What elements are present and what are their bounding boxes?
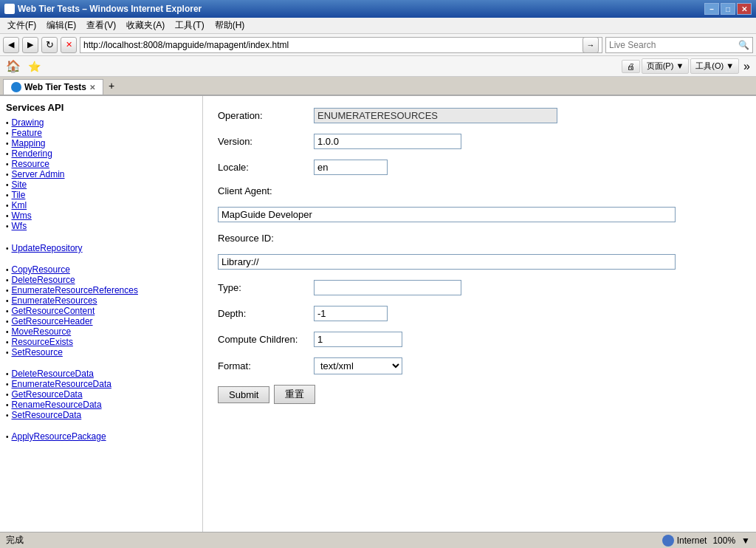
menu-help[interactable]: 帮助(H)	[210, 18, 250, 33]
sidebar-link-site[interactable]: Site	[12, 179, 27, 190]
back-button[interactable]: ◀	[3, 37, 19, 53]
sidebar-item-getresourcecontent[interactable]: • GetResourceContent	[6, 306, 196, 316]
favorites-icon[interactable]: ⭐	[25, 59, 44, 74]
menu-edit[interactable]: 编辑(E)	[42, 18, 80, 33]
sidebar-link-feature[interactable]: Feature	[12, 128, 42, 138]
sidebar-item-enumerateresourcedata[interactable]: • EnumerateResourceData	[6, 379, 196, 389]
locale-input[interactable]	[314, 160, 388, 175]
bullet-icon: •	[6, 433, 9, 441]
bullet-icon: •	[6, 181, 9, 189]
sidebar-item-updaterepository[interactable]: • UpdateRepository	[6, 243, 196, 253]
menu-file[interactable]: 文件(F)	[3, 18, 41, 33]
reset-button[interactable]: 重置	[274, 385, 315, 404]
bullet-icon: •	[6, 191, 9, 199]
menu-bar: 文件(F) 编辑(E) 查看(V) 收藏夹(A) 工具(T) 帮助(H)	[0, 18, 756, 34]
client-agent-input[interactable]	[218, 207, 676, 222]
locale-row: Locale:	[218, 160, 741, 175]
search-input[interactable]	[609, 40, 737, 50]
sidebar-item-getresourcedata[interactable]: • GetResourceData	[6, 389, 196, 400]
stop-button[interactable]: ✕	[61, 37, 77, 53]
sidebar-item-setresource[interactable]: • SetResource	[6, 347, 196, 357]
sidebar-link-serveradmin[interactable]: Server Admin	[12, 169, 65, 179]
minimize-button[interactable]: –	[704, 3, 719, 15]
search-icon[interactable]: 🔍	[738, 40, 749, 50]
tab-close-button[interactable]: ✕	[89, 83, 95, 92]
sidebar-item-wfs[interactable]: • Wfs	[6, 221, 196, 231]
new-tab-button[interactable]: +	[103, 77, 120, 95]
sidebar-link-deleteresource[interactable]: DeleteResource	[12, 275, 75, 285]
sidebar-item-resource[interactable]: • Resource	[6, 159, 196, 169]
sidebar-item-moveresource[interactable]: • MoveResource	[6, 326, 196, 337]
depth-input[interactable]	[314, 306, 388, 321]
maximize-button[interactable]: □	[721, 3, 735, 15]
sidebar-link-kml[interactable]: Kml	[12, 200, 27, 210]
sidebar-link-getresourcedata[interactable]: GetResourceData	[12, 389, 83, 400]
operation-input[interactable]	[314, 108, 557, 123]
sidebar-link-enumerateresources[interactable]: EnumerateResources	[12, 295, 97, 306]
sidebar-link-setresource[interactable]: SetResource	[12, 347, 63, 357]
bullet-icon: •	[6, 401, 9, 409]
expand-icon[interactable]: »	[740, 58, 753, 75]
sidebar-link-renameresourcedata[interactable]: RenameResourceData	[12, 400, 102, 410]
format-select[interactable]: text/xml text/html application/json	[314, 357, 402, 374]
home-icon[interactable]: 🏠	[3, 58, 24, 75]
sidebar-item-getresourceheader[interactable]: • GetResourceHeader	[6, 316, 196, 326]
sidebar-item-drawing[interactable]: • Drawing	[6, 117, 196, 128]
sidebar-item-applyresourcepackage[interactable]: • ApplyResourcePackage	[6, 431, 196, 442]
sidebar-link-rendering[interactable]: Rendering	[12, 148, 52, 159]
sidebar-link-deleteresourcedata[interactable]: DeleteResourceData	[12, 369, 94, 379]
sidebar-link-copyresource[interactable]: CopyResource	[12, 264, 70, 275]
sidebar-item-deleteresource[interactable]: • DeleteResource	[6, 275, 196, 285]
sidebar-link-resource[interactable]: Resource	[12, 159, 49, 169]
sidebar-item-wms[interactable]: • Wms	[6, 210, 196, 221]
sidebar-item-tile[interactable]: • Tile	[6, 190, 196, 200]
sidebar-link-getresourcecontent[interactable]: GetResourceContent	[12, 306, 95, 316]
resource-id-input[interactable]	[218, 254, 676, 270]
address-input[interactable]	[83, 40, 583, 50]
sidebar-link-getresourceheader[interactable]: GetResourceHeader	[12, 316, 93, 326]
sidebar-link-resourceexists[interactable]: ResourceExists	[12, 337, 73, 347]
sidebar-link-updaterepository[interactable]: UpdateRepository	[12, 243, 83, 253]
sidebar-item-setresourcedata[interactable]: • SetResourceData	[6, 410, 196, 420]
sidebar-item-feature[interactable]: • Feature	[6, 128, 196, 138]
sidebar-link-mapping[interactable]: Mapping	[12, 138, 46, 148]
type-input[interactable]	[314, 280, 461, 295]
tab-web-tier-tests[interactable]: Web Tier Tests ✕	[3, 79, 103, 95]
page-button[interactable]: 页面(P) ▼	[642, 58, 690, 74]
sidebar-link-applyresourcepackage[interactable]: ApplyResourcePackage	[12, 431, 106, 442]
sidebar-link-wms[interactable]: Wms	[12, 210, 32, 221]
sidebar-link-moveresource[interactable]: MoveResource	[12, 326, 72, 337]
sidebar-item-deleteresourcedata[interactable]: • DeleteResourceData	[6, 369, 196, 379]
tools-button[interactable]: 工具(O) ▼	[690, 58, 739, 74]
menu-tools[interactable]: 工具(T)	[171, 18, 208, 33]
sidebar-link-enumerateresourcedata[interactable]: EnumerateResourceData	[12, 379, 111, 389]
print-button[interactable]: 🖨	[622, 60, 640, 73]
refresh-button[interactable]: ↻	[41, 37, 58, 53]
sidebar-item-site[interactable]: • Site	[6, 179, 196, 190]
forward-button[interactable]: ▶	[22, 37, 38, 53]
menu-view[interactable]: 查看(V)	[82, 18, 120, 33]
sidebar-link-drawing[interactable]: Drawing	[12, 117, 44, 128]
sidebar-item-enumerateresources[interactable]: • EnumerateResources	[6, 295, 196, 306]
sidebar-link-setresourcedata[interactable]: SetResourceData	[12, 410, 82, 420]
submit-button[interactable]: Submit	[218, 386, 269, 403]
menu-favorites[interactable]: 收藏夹(A)	[122, 18, 169, 33]
resource-id-row: Resource ID:	[218, 233, 741, 244]
sidebar-item-renameresourcedata[interactable]: • RenameResourceData	[6, 400, 196, 410]
close-button[interactable]: ✕	[737, 3, 752, 15]
bullet-icon: •	[6, 266, 9, 274]
go-button[interactable]: →	[583, 37, 599, 53]
sidebar-link-enumerateresourcereferences[interactable]: EnumerateResourceReferences	[12, 285, 138, 295]
sidebar-item-enumerateresourcereferences[interactable]: • EnumerateResourceReferences	[6, 285, 196, 295]
version-input[interactable]	[314, 134, 461, 149]
sidebar-item-rendering[interactable]: • Rendering	[6, 148, 196, 159]
sidebar-item-kml[interactable]: • Kml	[6, 200, 196, 210]
sidebar-item-resourceexists[interactable]: • ResourceExists	[6, 337, 196, 347]
address-bar: →	[80, 37, 602, 53]
sidebar-item-serveradmin[interactable]: • Server Admin	[6, 169, 196, 179]
sidebar-link-wfs[interactable]: Wfs	[12, 221, 27, 231]
sidebar-item-copyresource[interactable]: • CopyResource	[6, 264, 196, 275]
compute-children-input[interactable]	[314, 332, 402, 347]
sidebar-link-tile[interactable]: Tile	[12, 190, 26, 200]
sidebar-item-mapping[interactable]: • Mapping	[6, 138, 196, 148]
